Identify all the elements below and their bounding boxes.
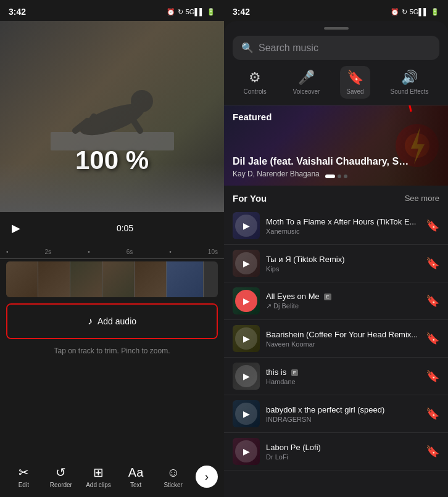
svg-point-2 xyxy=(131,90,153,112)
status-bar-left: 3:42 ⏰ ↻ 5G▌▌ 🔋 xyxy=(0,0,224,21)
song-artist-1: Xanemusic xyxy=(266,228,420,235)
play-icon-2: ▶ xyxy=(235,252,257,274)
bookmark-btn-6[interactable]: 🔖 xyxy=(426,407,439,421)
room-floor xyxy=(0,163,224,212)
video-thumb-4 xyxy=(102,261,135,297)
ruler-mark-dot2: • xyxy=(88,248,90,255)
list-item[interactable]: ▶ All Eyes on Me E ↗ Dj Belite 🔖 xyxy=(224,282,448,320)
for-you-title: For You xyxy=(233,193,267,203)
bookmark-btn-1[interactable]: 🔖 xyxy=(426,219,439,232)
song-info-6: babydoll x the perfect girl (speed) INDR… xyxy=(266,405,420,423)
song-title-3: All Eyes on Me E xyxy=(266,292,420,301)
bookmark-btn-2[interactable]: 🔖 xyxy=(426,257,439,270)
rotate-icon: ↻ xyxy=(178,8,183,16)
signal-icons: 5G▌▌ xyxy=(186,8,204,15)
play-icon-6: ▶ xyxy=(235,403,257,425)
video-thumb-2 xyxy=(38,261,70,297)
edit-icon: ✂ xyxy=(19,465,29,480)
ruler-mark-dot3: • xyxy=(169,248,172,255)
toolbar-add-clips[interactable]: ⊞ Add clips xyxy=(81,461,116,492)
song-thumbnail-2: ▶ xyxy=(233,250,260,277)
song-info-1: Moth To a Flame x After Hours (TikTok E.… xyxy=(266,217,420,235)
dot-1 xyxy=(325,175,335,178)
tab-voiceover[interactable]: 🎤 Voiceover xyxy=(287,66,326,99)
ruler-mark-dot1: • xyxy=(6,248,9,255)
status-time-right: 3:42 xyxy=(233,7,250,17)
panel-handle xyxy=(324,27,349,30)
voiceover-icon: 🎤 xyxy=(298,70,315,86)
video-thumb-1 xyxy=(6,261,38,297)
song-title-1: Moth To a Flame x After Hours (TikTok E.… xyxy=(266,217,420,226)
toolbar-reorder[interactable]: ↺ Reorder xyxy=(44,461,79,492)
chevron-right-icon: › xyxy=(205,470,209,483)
song-title-5: this is E xyxy=(266,368,420,377)
battery-icon-r: 🔋 xyxy=(431,8,439,16)
list-item[interactable]: ▶ Baarishein (Coffee For Your Head Remix… xyxy=(224,320,448,358)
bookmark-btn-7[interactable]: 🔖 xyxy=(426,445,439,458)
bookmark-btn-3[interactable]: 🔖 xyxy=(426,294,439,308)
featured-song-title: Dil Jale (feat. Vaishali Chaudhary, Sank… xyxy=(233,156,411,167)
song-thumbnail-6: ▶ xyxy=(233,400,260,427)
video-thumb-blue xyxy=(167,261,204,297)
edit-label: Edit xyxy=(19,482,29,488)
music-panel: 🔍 Search music ⚙ Controls 🎤 Voiceover 🔖 … xyxy=(224,21,448,497)
song-thumbnail-1: ▶ xyxy=(233,212,260,239)
add-clips-label: Add clips xyxy=(86,482,111,488)
video-track-area xyxy=(0,259,224,300)
time-display: 0:05 xyxy=(32,223,218,233)
sound-effects-label: Sound Effects xyxy=(390,88,428,95)
search-placeholder: Search music xyxy=(259,43,318,54)
song-title-7: Labon Pe (Lofi) xyxy=(266,443,420,452)
bookmark-btn-4[interactable]: 🔖 xyxy=(426,332,439,345)
search-icon: 🔍 xyxy=(241,42,254,54)
song-list: ▶ Moth To a Flame x After Hours (TikTok … xyxy=(224,207,448,497)
reorder-icon: ↺ xyxy=(56,465,66,480)
list-item[interactable]: ▶ babydoll x the perfect girl (speed) IN… xyxy=(224,395,448,433)
video-thumb-3 xyxy=(70,261,102,297)
play-button[interactable]: ▶ xyxy=(6,218,26,238)
explicit-badge-5: E xyxy=(291,369,298,376)
bookmark-btn-5[interactable]: 🔖 xyxy=(426,369,439,383)
song-artist-4: Naveen Koomar xyxy=(266,340,420,348)
ruler-mark-6s: 6s xyxy=(127,248,133,255)
song-thumbnail-5: ▶ xyxy=(233,363,260,390)
list-item[interactable]: ▶ Moth To a Flame x After Hours (TikTok … xyxy=(224,207,448,245)
video-preview: 100 % xyxy=(0,21,224,212)
reorder-label: Reorder xyxy=(50,482,72,488)
list-item[interactable]: ▶ Ты и Я (Tiktok Remix) Kips 🔖 xyxy=(224,245,448,282)
add-audio-track[interactable]: ♪ Add audio xyxy=(7,305,217,338)
sticker-icon: ☺ xyxy=(167,466,179,480)
song-info-7: Labon Pe (Lofi) Dr LoFi xyxy=(266,443,420,461)
ruler-marks: • 2s • 6s • 10s xyxy=(6,248,218,255)
see-more-button[interactable]: See more xyxy=(405,194,439,203)
video-track[interactable] xyxy=(6,261,218,297)
status-icons-right: ⏰ ↻ 5G▌▌ 🔋 xyxy=(391,8,439,16)
toolbar-sticker[interactable]: ☺ Sticker xyxy=(156,462,191,492)
text-label: Text xyxy=(130,482,141,488)
tab-sound-effects[interactable]: 🔊 Sound Effects xyxy=(384,66,434,99)
song-info-2: Ты и Я (Tiktok Remix) Kips xyxy=(266,255,420,273)
toolbar-text[interactable]: Aa Text xyxy=(118,462,154,492)
featured-section[interactable]: Featured Dil Jale (feat. Vaishali Chaudh… xyxy=(224,105,448,186)
timeline-ruler: • 2s • 6s • 10s xyxy=(0,244,224,259)
tab-saved[interactable]: 🔖 Saved xyxy=(340,66,370,99)
toolbar-edit[interactable]: ✂ Edit xyxy=(6,461,41,492)
song-title-4: Baarishein (Coffee For Your Head Remix..… xyxy=(266,330,420,339)
add-audio-container[interactable]: ♪ Add audio xyxy=(6,303,218,339)
music-note-icon: ♪ xyxy=(88,316,93,327)
next-button[interactable]: › xyxy=(196,466,218,488)
trim-hint: Tap on track to trim. Pinch to zoom. xyxy=(0,343,224,359)
play-icon-4: ▶ xyxy=(235,327,257,350)
song-thumbnail-7: ▶ xyxy=(233,438,260,465)
search-bar[interactable]: 🔍 Search music xyxy=(233,36,439,60)
signal-icons-r: 5G▌▌ xyxy=(410,8,428,15)
alarm-icon-r: ⏰ xyxy=(391,8,399,16)
battery-icon: 🔋 xyxy=(207,8,215,16)
status-icons-left: ⏰ ↻ 5G▌▌ 🔋 xyxy=(167,8,215,16)
list-item[interactable]: ▶ Labon Pe (Lofi) Dr LoFi 🔖 xyxy=(224,433,448,470)
right-panel: 3:42 ⏰ ↻ 5G▌▌ 🔋 🔍 Search music ⚙ Control… xyxy=(224,0,448,497)
list-item[interactable]: ▶ this is E Hamdane 🔖 xyxy=(224,358,448,395)
song-artist-3: ↗ Dj Belite xyxy=(266,302,420,310)
tab-controls[interactable]: ⚙ Controls xyxy=(237,66,272,99)
add-clips-icon: ⊞ xyxy=(93,465,104,480)
